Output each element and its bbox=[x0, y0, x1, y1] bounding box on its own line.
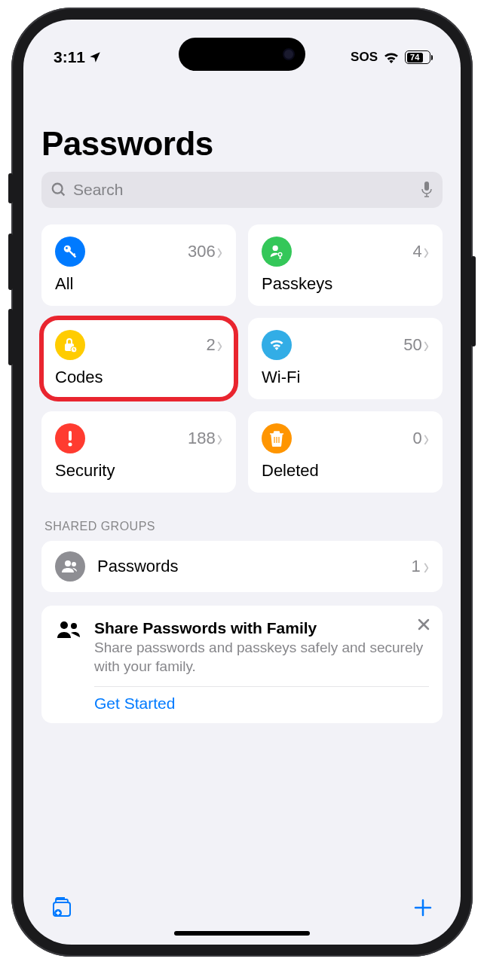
search-input[interactable]: Search bbox=[41, 172, 443, 208]
chevron-icon: › bbox=[217, 331, 222, 359]
svg-point-14 bbox=[71, 623, 77, 629]
get-started-button[interactable]: Get Started bbox=[94, 695, 429, 713]
tile-count: 306 bbox=[188, 242, 216, 261]
tile-passkeys[interactable]: 4› Passkeys bbox=[248, 224, 443, 306]
tile-label: Security bbox=[55, 461, 222, 481]
chevron-icon: › bbox=[217, 425, 222, 452]
tile-label: All bbox=[55, 274, 222, 294]
shared-groups-header: SHARED GROUPS bbox=[44, 520, 443, 533]
tile-count: 4 bbox=[412, 242, 421, 261]
screen: 3:11 SOS 74 Passwords Search bbox=[23, 20, 461, 945]
tile-count: 0 bbox=[412, 429, 421, 448]
promo-title: Share Passwords with Family bbox=[94, 619, 429, 637]
tile-count: 50 bbox=[403, 335, 421, 355]
key-icon bbox=[55, 237, 85, 267]
tile-label: Passkeys bbox=[262, 274, 429, 294]
search-placeholder: Search bbox=[73, 181, 414, 199]
chevron-icon: › bbox=[424, 331, 429, 359]
tile-all[interactable]: 306› All bbox=[41, 224, 236, 306]
shared-group-label: Passwords bbox=[97, 557, 399, 576]
svg-point-12 bbox=[72, 562, 76, 566]
svg-point-10 bbox=[69, 443, 72, 447]
divider bbox=[94, 686, 429, 687]
device-frame: 3:11 SOS 74 Passwords Search bbox=[11, 8, 473, 957]
svg-point-6 bbox=[278, 252, 282, 256]
tile-count: 188 bbox=[188, 429, 216, 448]
dynamic-island bbox=[179, 38, 305, 71]
search-icon bbox=[51, 182, 67, 198]
tile-label: Codes bbox=[55, 368, 222, 387]
svg-point-0 bbox=[53, 184, 63, 194]
chevron-icon: › bbox=[424, 238, 429, 265]
tile-wifi[interactable]: 50› Wi-Fi bbox=[248, 318, 443, 399]
family-icon bbox=[55, 619, 82, 713]
tile-count: 2 bbox=[206, 335, 215, 355]
battery-level: 74 bbox=[407, 53, 423, 63]
home-indicator[interactable] bbox=[174, 931, 310, 936]
mic-icon[interactable] bbox=[420, 181, 433, 199]
svg-point-4 bbox=[66, 247, 68, 249]
tile-codes[interactable]: 2› Codes bbox=[41, 318, 236, 399]
shared-group-count: 1 bbox=[411, 557, 420, 576]
shared-group-row[interactable]: Passwords 1› bbox=[41, 541, 443, 592]
chevron-icon: › bbox=[424, 425, 429, 452]
promo-description: Share passwords and passkeys safely and … bbox=[94, 639, 429, 676]
exclaim-icon bbox=[55, 423, 85, 453]
chevron-icon: › bbox=[424, 553, 429, 580]
lock-clock-icon bbox=[55, 330, 85, 360]
add-button[interactable] bbox=[412, 897, 433, 918]
svg-line-1 bbox=[61, 192, 65, 196]
tile-deleted[interactable]: 0› Deleted bbox=[248, 411, 443, 493]
new-group-button[interactable] bbox=[51, 896, 75, 919]
status-time: 3:11 bbox=[54, 48, 85, 66]
toolbar bbox=[23, 884, 461, 945]
chevron-icon: › bbox=[217, 238, 222, 265]
wifi-icon bbox=[262, 330, 292, 360]
svg-rect-9 bbox=[69, 431, 72, 441]
page-title: Passwords bbox=[41, 125, 443, 163]
svg-point-13 bbox=[60, 621, 68, 629]
sos-indicator: SOS bbox=[351, 50, 378, 65]
tile-security[interactable]: 188› Security bbox=[41, 411, 236, 493]
svg-rect-2 bbox=[424, 182, 429, 191]
close-icon[interactable] bbox=[417, 618, 430, 631]
tile-label: Deleted bbox=[262, 461, 429, 481]
family-share-promo: Share Passwords with Family Share passwo… bbox=[41, 606, 443, 723]
trash-icon bbox=[262, 423, 292, 453]
battery-icon: 74 bbox=[405, 50, 430, 64]
group-icon bbox=[55, 551, 85, 582]
tile-label: Wi-Fi bbox=[262, 368, 429, 387]
svg-point-11 bbox=[65, 560, 71, 566]
wifi-icon bbox=[383, 51, 400, 63]
location-icon bbox=[88, 50, 102, 64]
svg-point-5 bbox=[273, 246, 278, 251]
person-key-icon bbox=[262, 237, 292, 267]
category-grid: 306› All 4› Passkeys bbox=[41, 224, 443, 493]
